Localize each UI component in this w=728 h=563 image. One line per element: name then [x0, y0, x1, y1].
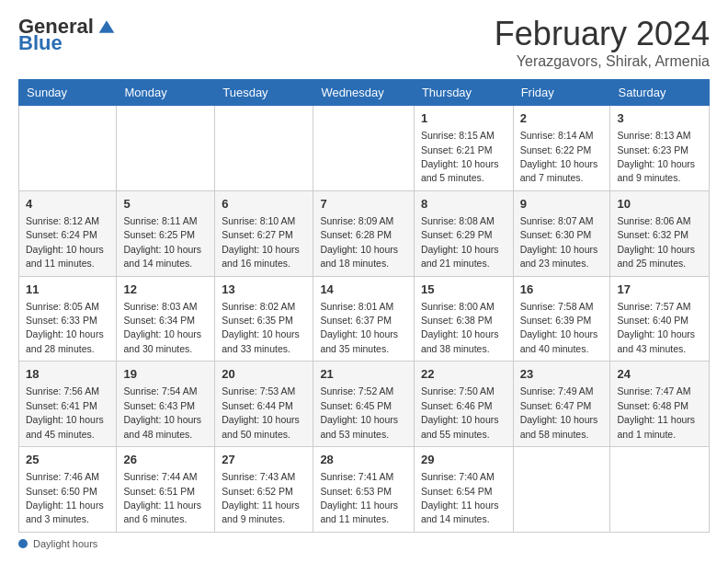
day-info: Sunrise: 8:11 AM Sunset: 6:25 PM Dayligh… — [123, 215, 201, 269]
day-number: 13 — [222, 282, 306, 298]
subtitle: Yerazgavors, Shirak, Armenia — [495, 53, 710, 70]
day-number: 4 — [26, 196, 109, 213]
day-number: 19 — [123, 366, 208, 383]
day-info: Sunrise: 7:49 AM Sunset: 6:47 PM Dayligh… — [520, 385, 598, 439]
day-info: Sunrise: 8:03 AM Sunset: 6:34 PM Dayligh… — [123, 301, 201, 354]
day-number: 7 — [320, 196, 407, 213]
calendar-cell — [117, 106, 215, 191]
day-number: 11 — [26, 282, 109, 298]
day-info: Sunrise: 7:57 AM Sunset: 6:40 PM Dayligh… — [617, 301, 695, 354]
day-number: 14 — [320, 282, 407, 298]
day-info: Sunrise: 8:12 AM Sunset: 6:24 PM Dayligh… — [26, 215, 104, 269]
day-number: 26 — [123, 452, 208, 468]
calendar-cell: 28Sunrise: 7:41 AM Sunset: 6:53 PM Dayli… — [313, 447, 415, 533]
calendar-cell: 3Sunrise: 8:13 AM Sunset: 6:23 PM Daylig… — [610, 106, 710, 191]
day-header-sunday: Sunday — [19, 80, 117, 106]
week-row-1: 4Sunrise: 8:12 AM Sunset: 6:24 PM Daylig… — [19, 190, 710, 276]
day-number: 15 — [421, 282, 506, 298]
calendar-cell: 22Sunrise: 7:50 AM Sunset: 6:46 PM Dayli… — [414, 362, 513, 447]
day-info: Sunrise: 7:47 AM Sunset: 6:48 PM Dayligh… — [617, 385, 695, 439]
day-info: Sunrise: 8:05 AM Sunset: 6:33 PM Dayligh… — [26, 301, 104, 354]
day-info: Sunrise: 7:44 AM Sunset: 6:51 PM Dayligh… — [123, 471, 201, 524]
day-info: Sunrise: 7:43 AM Sunset: 6:52 PM Dayligh… — [222, 471, 300, 524]
calendar-table: SundayMondayTuesdayWednesdayThursdayFrid… — [18, 79, 710, 533]
day-number: 25 — [26, 452, 109, 468]
daylight-label: Daylight hours — [33, 538, 97, 549]
calendar-cell — [313, 106, 415, 191]
day-info: Sunrise: 8:10 AM Sunset: 6:27 PM Dayligh… — [222, 215, 300, 269]
day-info: Sunrise: 7:53 AM Sunset: 6:44 PM Dayligh… — [222, 385, 300, 439]
calendar-cell: 8Sunrise: 8:08 AM Sunset: 6:29 PM Daylig… — [414, 190, 513, 276]
calendar-cell — [215, 106, 313, 191]
calendar-cell: 9Sunrise: 8:07 AM Sunset: 6:30 PM Daylig… — [513, 190, 610, 276]
calendar-cell: 12Sunrise: 8:03 AM Sunset: 6:34 PM Dayli… — [117, 276, 215, 362]
logo: General Blue — [18, 15, 116, 55]
day-number: 16 — [520, 282, 604, 298]
calendar-cell: 6Sunrise: 8:10 AM Sunset: 6:27 PM Daylig… — [215, 190, 313, 276]
calendar-cell: 27Sunrise: 7:43 AM Sunset: 6:52 PM Dayli… — [215, 447, 313, 533]
day-number: 10 — [617, 196, 702, 213]
calendar-cell: 21Sunrise: 7:52 AM Sunset: 6:45 PM Dayli… — [313, 362, 415, 447]
day-info: Sunrise: 7:41 AM Sunset: 6:53 PM Dayligh… — [320, 471, 398, 524]
day-number: 3 — [617, 110, 702, 127]
day-number: 20 — [222, 366, 306, 383]
day-info: Sunrise: 7:40 AM Sunset: 6:54 PM Dayligh… — [421, 471, 499, 524]
calendar-cell: 23Sunrise: 7:49 AM Sunset: 6:47 PM Dayli… — [513, 362, 610, 447]
day-header-thursday: Thursday — [414, 80, 513, 106]
day-info: Sunrise: 8:09 AM Sunset: 6:28 PM Dayligh… — [320, 215, 398, 269]
day-number: 18 — [26, 366, 109, 383]
calendar-cell: 16Sunrise: 7:58 AM Sunset: 6:39 PM Dayli… — [513, 276, 610, 362]
calendar-cell: 4Sunrise: 8:12 AM Sunset: 6:24 PM Daylig… — [19, 190, 117, 276]
day-header-wednesday: Wednesday — [313, 80, 415, 106]
day-info: Sunrise: 7:46 AM Sunset: 6:50 PM Dayligh… — [26, 471, 104, 524]
calendar-cell: 25Sunrise: 7:46 AM Sunset: 6:50 PM Dayli… — [19, 447, 117, 533]
day-info: Sunrise: 7:54 AM Sunset: 6:43 PM Dayligh… — [123, 385, 201, 439]
day-header-saturday: Saturday — [610, 80, 710, 106]
calendar-cell: 15Sunrise: 8:00 AM Sunset: 6:38 PM Dayli… — [414, 276, 513, 362]
calendar-cell: 2Sunrise: 8:14 AM Sunset: 6:22 PM Daylig… — [513, 106, 610, 191]
day-header-tuesday: Tuesday — [215, 80, 313, 106]
calendar-cell — [610, 447, 710, 533]
calendar-cell — [19, 106, 117, 191]
day-info: Sunrise: 7:52 AM Sunset: 6:45 PM Dayligh… — [320, 385, 398, 439]
day-info: Sunrise: 7:58 AM Sunset: 6:39 PM Dayligh… — [520, 301, 598, 354]
day-number: 1 — [421, 110, 506, 127]
day-number: 8 — [421, 196, 506, 213]
header: General Blue February 2024 Yerazgavors, … — [18, 15, 710, 70]
day-info: Sunrise: 8:07 AM Sunset: 6:30 PM Dayligh… — [520, 215, 598, 269]
calendar-cell: 26Sunrise: 7:44 AM Sunset: 6:51 PM Dayli… — [117, 447, 215, 533]
day-info: Sunrise: 8:06 AM Sunset: 6:32 PM Dayligh… — [617, 215, 695, 269]
calendar-cell: 29Sunrise: 7:40 AM Sunset: 6:54 PM Dayli… — [414, 447, 513, 533]
month-title: February 2024 — [495, 15, 710, 53]
week-row-3: 18Sunrise: 7:56 AM Sunset: 6:41 PM Dayli… — [19, 362, 710, 447]
day-info: Sunrise: 8:00 AM Sunset: 6:38 PM Dayligh… — [421, 301, 499, 354]
day-info: Sunrise: 8:01 AM Sunset: 6:37 PM Dayligh… — [320, 301, 398, 354]
day-number: 23 — [520, 366, 604, 383]
day-number: 28 — [320, 452, 407, 468]
week-row-0: 1Sunrise: 8:15 AM Sunset: 6:21 PM Daylig… — [19, 106, 710, 191]
day-number: 2 — [520, 110, 604, 127]
day-header-friday: Friday — [513, 80, 610, 106]
day-number: 17 — [617, 282, 702, 298]
svg-marker-0 — [99, 20, 115, 32]
calendar-cell: 10Sunrise: 8:06 AM Sunset: 6:32 PM Dayli… — [610, 190, 710, 276]
calendar-cell: 17Sunrise: 7:57 AM Sunset: 6:40 PM Dayli… — [610, 276, 710, 362]
day-info: Sunrise: 8:08 AM Sunset: 6:29 PM Dayligh… — [421, 215, 499, 269]
day-number: 24 — [617, 366, 702, 383]
calendar-cell: 19Sunrise: 7:54 AM Sunset: 6:43 PM Dayli… — [117, 362, 215, 447]
day-info: Sunrise: 8:15 AM Sunset: 6:21 PM Dayligh… — [421, 130, 499, 183]
calendar-cell: 7Sunrise: 8:09 AM Sunset: 6:28 PM Daylig… — [313, 190, 415, 276]
logo-icon — [97, 17, 116, 36]
calendar-cell: 20Sunrise: 7:53 AM Sunset: 6:44 PM Dayli… — [215, 362, 313, 447]
day-info: Sunrise: 8:02 AM Sunset: 6:35 PM Dayligh… — [222, 301, 300, 354]
day-info: Sunrise: 7:56 AM Sunset: 6:41 PM Dayligh… — [26, 385, 104, 439]
footer: Daylight hours — [18, 538, 710, 549]
day-info: Sunrise: 7:50 AM Sunset: 6:46 PM Dayligh… — [421, 385, 499, 439]
calendar-cell: 11Sunrise: 8:05 AM Sunset: 6:33 PM Dayli… — [19, 276, 117, 362]
calendar-cell: 5Sunrise: 8:11 AM Sunset: 6:25 PM Daylig… — [117, 190, 215, 276]
calendar-cell: 18Sunrise: 7:56 AM Sunset: 6:41 PM Dayli… — [19, 362, 117, 447]
day-number: 22 — [421, 366, 506, 383]
calendar-cell: 24Sunrise: 7:47 AM Sunset: 6:48 PM Dayli… — [610, 362, 710, 447]
day-number: 27 — [222, 452, 306, 468]
week-row-4: 25Sunrise: 7:46 AM Sunset: 6:50 PM Dayli… — [19, 447, 710, 533]
